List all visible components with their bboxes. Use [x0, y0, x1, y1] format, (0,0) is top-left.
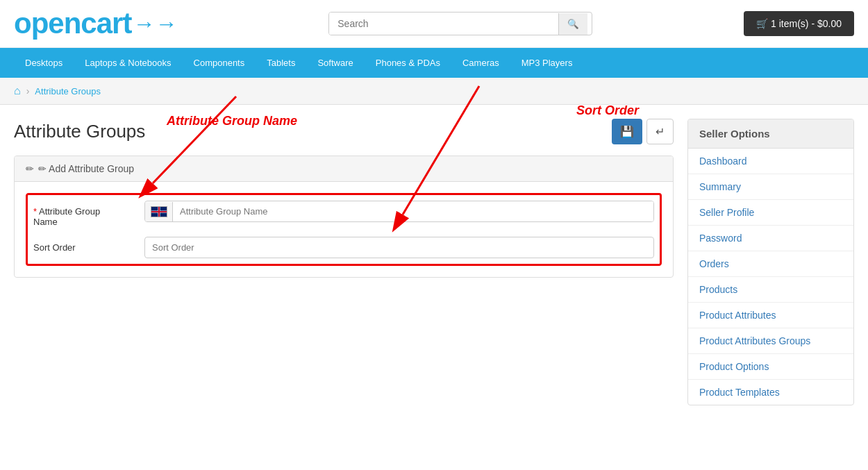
cart-button[interactable]: 🛒 1 item(s) - $0.00	[744, 11, 854, 36]
content-area: Attribute Groups 💾 ↵ Attribute Group Nam…	[14, 119, 674, 405]
sidebar-panel: Seller Options Dashboard Summary Seller …	[687, 119, 854, 405]
nav-item-phones[interactable]: Phones & PDAs	[365, 48, 451, 78]
nav-item-desktops[interactable]: Desktops	[14, 48, 74, 78]
header: opencart →→ 🔍 🛒 1 item(s) - $0.00	[0, 0, 868, 48]
nav-item-mp3[interactable]: MP3 Players	[510, 48, 584, 78]
main-container: Attribute Groups 💾 ↵ Attribute Group Nam…	[0, 105, 868, 419]
sidebar-item-orders[interactable]: Orders	[688, 251, 853, 277]
nav-item-laptops[interactable]: Laptops & Notebooks	[74, 48, 182, 78]
attribute-group-name-input[interactable]	[173, 201, 653, 221]
sidebar-item-summary[interactable]: Summary	[688, 174, 853, 200]
sidebar-item-product-templates[interactable]: Product Templates	[688, 380, 853, 405]
sidebar-item-products[interactable]: Products	[688, 277, 853, 303]
breadcrumb-separator: ›	[26, 85, 30, 96]
search-button[interactable]: 🔍	[558, 13, 587, 35]
annotation-box: * Attribute GroupName	[26, 193, 662, 266]
field-control-name	[144, 201, 654, 222]
annotation-label-group-name: Attribute Group Name	[167, 114, 297, 128]
sidebar-item-product-attributes-groups[interactable]: Product Attributes Groups	[688, 328, 853, 354]
input-with-flag	[144, 201, 654, 222]
form-group-sort: Sort Order	[33, 237, 654, 258]
breadcrumb-home-icon[interactable]: ⌂	[14, 85, 21, 97]
gb-flag-icon	[151, 206, 167, 217]
page-title: Attribute Groups	[14, 121, 145, 142]
sidebar: Seller Options Dashboard Summary Seller …	[687, 119, 854, 405]
required-star: *	[33, 206, 39, 217]
logo-arrows-icon: →→	[133, 11, 177, 37]
save-button[interactable]: 💾	[612, 119, 642, 144]
cart-label: 1 item(s) - $0.00	[771, 18, 842, 29]
form-panel: ✏ ✏ Add Attribute Group * Attribute Grou…	[14, 156, 674, 278]
sidebar-item-password[interactable]: Password	[688, 226, 853, 251]
search-bar: 🔍	[328, 12, 592, 35]
action-buttons: 💾 ↵	[612, 119, 674, 144]
form-group-name: * Attribute GroupName	[33, 201, 654, 227]
nav-item-tablets[interactable]: Tablets	[256, 48, 306, 78]
sort-order-input[interactable]	[144, 237, 654, 258]
sidebar-item-dashboard[interactable]: Dashboard	[688, 149, 853, 174]
sidebar-item-product-attributes[interactable]: Product Attributes	[688, 303, 853, 328]
logo: opencart →→	[14, 7, 177, 40]
flag-button[interactable]	[145, 202, 173, 221]
panel-heading: ✏ ✏ Add Attribute Group	[15, 156, 673, 182]
panel-body: * Attribute GroupName	[15, 182, 673, 277]
annotation-area: Attribute Group Name Sort Order	[14, 156, 674, 278]
sidebar-item-product-options[interactable]: Product Options	[688, 354, 853, 380]
main-nav: Desktops Laptops & Notebooks Components …	[0, 48, 868, 78]
panel-title: ✏ Add Attribute Group	[38, 163, 134, 174]
logo-text: opencart	[14, 7, 131, 40]
annotation-label-sort-order: Sort Order	[576, 103, 639, 118]
cart-icon: 🛒	[756, 18, 768, 29]
back-button[interactable]: ↵	[646, 119, 674, 144]
breadcrumb: ⌂ › Attribute Groups	[0, 78, 868, 105]
search-input[interactable]	[329, 12, 558, 35]
field-control-sort	[144, 237, 654, 258]
field-label-name: * Attribute GroupName	[33, 201, 144, 227]
field-label-sort: Sort Order	[33, 237, 144, 253]
nav-item-components[interactable]: Components	[183, 48, 256, 78]
breadcrumb-current[interactable]: Attribute Groups	[35, 86, 101, 96]
nav-item-cameras[interactable]: Cameras	[451, 48, 510, 78]
sidebar-item-seller-profile[interactable]: Seller Profile	[688, 200, 853, 226]
nav-item-software[interactable]: Software	[306, 48, 364, 78]
page-title-row: Attribute Groups 💾 ↵	[14, 119, 674, 144]
pencil-icon: ✏	[26, 163, 34, 174]
sidebar-heading: Seller Options	[688, 119, 853, 149]
